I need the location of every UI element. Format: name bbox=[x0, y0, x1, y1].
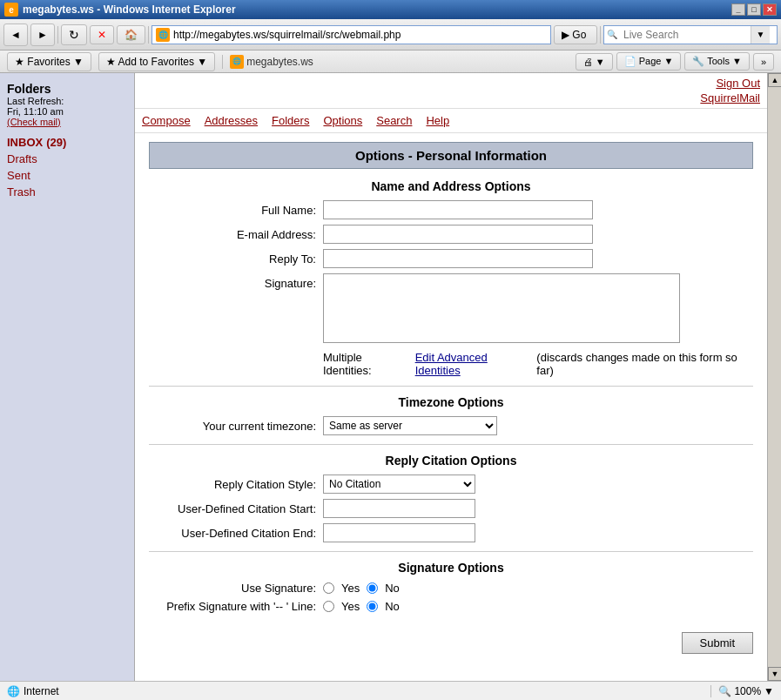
citation-start-label: User-Defined Citation Start: bbox=[149, 502, 323, 515]
zoom-suffix: ▼ bbox=[764, 685, 774, 697]
back-button[interactable]: ◄ bbox=[3, 24, 28, 46]
window-titlebar: e megabytes.ws - Windows Internet Explor… bbox=[0, 0, 781, 19]
squirrelmail-link[interactable]: SquirrelMail bbox=[700, 91, 760, 104]
scroll-up-button[interactable]: ▲ bbox=[768, 73, 781, 87]
email-input[interactable] bbox=[323, 225, 593, 244]
address-bar[interactable]: 🌐 http://megabytes.ws/squirrelmail/src/w… bbox=[151, 25, 551, 44]
use-signature-yes-label: Yes bbox=[341, 582, 360, 595]
stop-button[interactable]: ✕ bbox=[90, 25, 114, 44]
prefix-signature-yes-label: Yes bbox=[341, 600, 360, 613]
fav-divider bbox=[222, 55, 223, 69]
nav-compose[interactable]: Compose bbox=[142, 114, 191, 127]
citation-title: Reply Citation Options bbox=[149, 454, 753, 468]
search-bar[interactable]: 🔍 ▼ bbox=[603, 25, 778, 44]
use-signature-radios: Yes No bbox=[323, 582, 400, 595]
reply-to-label: Reply To: bbox=[149, 252, 323, 266]
sidebar-item-inbox[interactable]: INBOX (29) bbox=[7, 134, 127, 151]
search-go-button[interactable]: ▼ bbox=[751, 26, 770, 44]
email-label: E-mail Address: bbox=[149, 228, 323, 241]
reply-to-input[interactable] bbox=[323, 249, 593, 268]
nav-help[interactable]: Help bbox=[426, 114, 449, 127]
timezone-row: Your current timezone: Same as server UT… bbox=[149, 416, 753, 435]
fav-site[interactable]: 🌐 megabytes.ws bbox=[230, 55, 313, 69]
nav-options[interactable]: Options bbox=[323, 114, 362, 127]
inbox-count: (29) bbox=[46, 136, 66, 149]
submit-row: Submit bbox=[149, 618, 753, 668]
nav-folders[interactable]: Folders bbox=[272, 114, 309, 127]
sidebar-item-drafts[interactable]: Drafts bbox=[7, 151, 127, 167]
inbox-label: INBOX bbox=[7, 136, 43, 149]
sidebar: Folders Last Refresh: Fri, 11:10 am (Che… bbox=[0, 73, 135, 681]
email-toolbar: Sign Out SquirrelMail bbox=[135, 73, 767, 109]
full-name-input[interactable] bbox=[323, 200, 593, 219]
zoom-label: 100% bbox=[734, 685, 761, 697]
app-icon: e bbox=[4, 3, 18, 17]
zoom-icon: 🔍 bbox=[718, 685, 731, 697]
add-favorites-button[interactable]: ★ Add to Favorites ▼ bbox=[98, 52, 215, 71]
last-refresh-label: Last Refresh: bbox=[7, 96, 127, 106]
favorites-button[interactable]: ★ Favorites ▼ bbox=[7, 52, 91, 71]
sidebar-item-sent[interactable]: Sent bbox=[7, 167, 127, 184]
prefix-signature-yes-radio[interactable] bbox=[323, 601, 334, 612]
window-title: megabytes.ws - Windows Internet Explorer bbox=[23, 3, 236, 16]
prefix-signature-radios: Yes No bbox=[323, 600, 400, 613]
timezone-select[interactable]: Same as server UTC US/Eastern US/Central… bbox=[323, 416, 497, 435]
scroll-down-button[interactable]: ▼ bbox=[768, 667, 781, 681]
prefix-signature-row: Prefix Signature with '-- ' Line: Yes No bbox=[149, 600, 753, 613]
citation-end-row: User-Defined Citation End: bbox=[149, 523, 753, 542]
folders-title: Folders bbox=[7, 82, 127, 96]
check-mail-link[interactable]: (Check mail) bbox=[7, 117, 127, 127]
page-button[interactable]: 📄 Page ▼ bbox=[616, 52, 682, 71]
citation-end-input[interactable] bbox=[323, 523, 475, 542]
window-controls[interactable]: _ □ ✕ bbox=[731, 3, 777, 16]
citation-start-input[interactable] bbox=[323, 499, 475, 518]
multiple-identities-label: Multiple Identities: bbox=[323, 351, 412, 377]
fav-site-label: megabytes.ws bbox=[246, 56, 313, 68]
timezone-title: Timezone Options bbox=[149, 395, 753, 409]
page-favicon: 🌐 bbox=[156, 28, 170, 42]
name-address-title: Name and Address Options bbox=[149, 179, 753, 193]
forward-button[interactable]: ► bbox=[30, 24, 55, 46]
go-button[interactable]: ▶ Go bbox=[554, 25, 597, 44]
minimize-btn[interactable]: _ bbox=[731, 3, 745, 16]
zoom-control[interactable]: 🔍 100% ▼ bbox=[718, 685, 774, 697]
internet-globe-icon: 🌐 bbox=[7, 685, 20, 697]
citation-style-row: Reply Citation Style: No Citation > (Out… bbox=[149, 475, 753, 494]
timezone-label: Your current timezone: bbox=[149, 420, 323, 433]
search-input[interactable] bbox=[620, 26, 751, 44]
citation-style-select[interactable]: No Citation > (Outlook Style) User-Defin… bbox=[323, 475, 475, 494]
tools-button[interactable]: 🔧 Tools ▼ bbox=[684, 52, 749, 71]
extra-button[interactable]: » bbox=[753, 53, 774, 71]
print-button[interactable]: 🖨 ▼ bbox=[576, 53, 613, 71]
nav-search[interactable]: Search bbox=[376, 114, 412, 127]
options-title: Options - Personal Information bbox=[149, 142, 753, 169]
signature-textarea[interactable] bbox=[323, 273, 680, 343]
prefix-signature-label: Prefix Signature with '-- ' Line: bbox=[149, 600, 323, 613]
sent-label: Sent bbox=[7, 169, 30, 182]
sign-out-link[interactable]: Sign Out bbox=[716, 77, 760, 90]
use-signature-row: Use Signature: Yes No bbox=[149, 582, 753, 595]
email-nav: Compose Addresses Folders Options Search… bbox=[135, 109, 767, 133]
refresh-button[interactable]: ↻ bbox=[61, 24, 87, 45]
nav-addresses[interactable]: Addresses bbox=[205, 114, 258, 127]
close-btn[interactable]: ✕ bbox=[763, 3, 777, 16]
favorites-bar: ★ Favorites ▼ ★ Add to Favorites ▼ 🌐 meg… bbox=[0, 50, 781, 73]
fav-site-icon: 🌐 bbox=[230, 55, 244, 69]
use-signature-yes-radio[interactable] bbox=[323, 582, 334, 594]
citation-start-row: User-Defined Citation Start: bbox=[149, 499, 753, 518]
prefix-signature-no-label: No bbox=[385, 600, 400, 613]
maximize-btn[interactable]: □ bbox=[747, 3, 761, 16]
sidebar-item-trash[interactable]: Trash bbox=[7, 184, 127, 200]
scrollbar[interactable]: ▲ ▼ bbox=[767, 73, 781, 681]
citation-style-label: Reply Citation Style: bbox=[149, 478, 323, 491]
use-signature-no-radio[interactable] bbox=[367, 582, 378, 594]
signature-label: Signature: bbox=[149, 273, 323, 290]
edit-advanced-identities-link[interactable]: Edit Advanced Identities bbox=[415, 351, 534, 377]
home-button[interactable]: 🏠 bbox=[117, 25, 145, 44]
reply-to-row: Reply To: bbox=[149, 249, 753, 268]
submit-button[interactable]: Submit bbox=[682, 632, 753, 654]
scroll-thumb[interactable] bbox=[768, 87, 781, 667]
refresh-time: Fri, 11:10 am bbox=[7, 106, 127, 117]
prefix-signature-no-radio[interactable] bbox=[367, 601, 378, 612]
email-row: E-mail Address: bbox=[149, 225, 753, 244]
